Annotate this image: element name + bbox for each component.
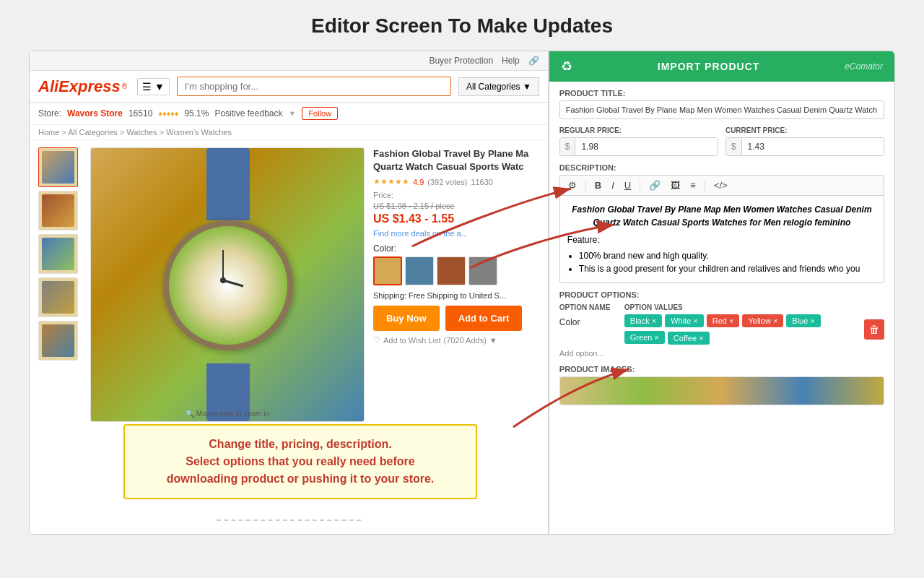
option-delete-button[interactable]: 🗑	[864, 319, 884, 340]
product-images-label: PRODUCT IMAGES:	[559, 365, 884, 374]
toolbar-code-btn[interactable]: </>	[710, 178, 731, 192]
main-container: Buyer Protection Help 🔗 AliExpress ® ☰ ▼…	[29, 51, 895, 535]
rating-number: 4.9	[413, 178, 424, 186]
current-price-symbol: $	[726, 138, 742, 155]
current-price-input[interactable]	[742, 138, 884, 155]
toolbar-settings-btn[interactable]: ⚙	[565, 178, 580, 192]
store-stars: ♦♦♦♦♦	[158, 109, 178, 118]
tag-blue[interactable]: Blue ×	[786, 314, 821, 327]
description-toolbar: ⚙ B I U 🔗 🖼 ≡ </>	[559, 175, 884, 195]
thumbnail-4[interactable]	[38, 277, 78, 317]
overlay-text: Change title, pricing, description. Sele…	[138, 436, 463, 488]
tag-red[interactable]: Red ×	[707, 314, 740, 327]
toolbar-divider-2	[640, 180, 640, 191]
product-area: 🔍 Mouse over to zoom in Fashion Global T…	[30, 140, 548, 429]
watch-strap-top	[206, 148, 250, 220]
share-icon[interactable]: 🔗	[528, 56, 539, 66]
regular-price-label: REGULAR PRICE:	[559, 126, 718, 134]
color-option-name: Color	[559, 314, 617, 327]
swatch-3[interactable]	[437, 256, 466, 285]
toolbar-link-btn[interactable]: 🔗	[645, 178, 664, 192]
regular-price-input[interactable]	[575, 138, 717, 155]
store-name[interactable]: Wavors Store	[67, 108, 123, 118]
regular-price-group: REGULAR PRICE: $	[559, 126, 718, 156]
tag-white[interactable]: White ×	[665, 314, 704, 327]
ae-category-dropdown[interactable]: All Categories ▼	[458, 77, 539, 96]
main-product-image: 🔍 Mouse over to zoom in	[90, 147, 365, 422]
toolbar-divider-3	[705, 180, 705, 191]
toolbar-underline-btn[interactable]: U	[621, 178, 635, 192]
store-label: Store:	[38, 108, 61, 118]
current-price-input-wrap: $	[725, 137, 884, 156]
overlay-hint-box: Change title, pricing, description. Sele…	[123, 424, 477, 499]
store-bar: Store: Wavors Store 16510 ♦♦♦♦♦ 95.1% Po…	[30, 103, 548, 125]
ae-menu-button[interactable]: ☰ ▼	[137, 78, 170, 95]
toolbar-divider-1	[585, 180, 586, 191]
thumbnail-5[interactable]	[38, 321, 78, 361]
toolbar-italic-btn[interactable]: I	[608, 178, 618, 192]
find-more-link[interactable]: Find more deals on the a...	[373, 229, 532, 238]
options-header: PRODUCT OPTIONS:	[559, 290, 884, 299]
breadcrumb: Home > All Categories > Watches > Women'…	[30, 125, 548, 140]
swatch-1[interactable]	[373, 256, 402, 285]
tag-green[interactable]: Green ×	[624, 331, 665, 344]
follow-button[interactable]: Follow	[302, 107, 338, 120]
buy-now-button[interactable]: Buy Now	[373, 306, 440, 331]
price-row: REGULAR PRICE: $ CURRENT PRICE: $	[559, 126, 884, 156]
wishlist-count: (7020 Adds)	[443, 336, 486, 345]
buy-row: Buy Now Add to Cart	[373, 306, 532, 331]
thumbnail-2[interactable]	[38, 191, 78, 230]
add-option-link[interactable]: Add option...	[559, 349, 884, 358]
heart-icon: ♡	[373, 335, 380, 345]
product-title-label: PRODUCT TITLE:	[559, 89, 884, 98]
feedback-label: Positive feedback	[214, 108, 282, 118]
swatch-4[interactable]	[468, 256, 497, 285]
description-area[interactable]: Fashion Global Travel By Plane Map Men W…	[559, 195, 884, 283]
color-label: Color:	[373, 243, 532, 254]
thumbnail-1[interactable]	[38, 147, 78, 187]
feature-label: Feature:	[567, 233, 876, 246]
thumbnail-3[interactable]	[38, 234, 78, 274]
wishlist-chevron[interactable]: ▼	[489, 336, 497, 345]
swatch-2[interactable]	[405, 256, 434, 285]
sold-count: 11630	[471, 178, 493, 186]
regular-price-input-wrap: $	[559, 137, 718, 156]
current-price-group: CURRENT PRICE: $	[725, 126, 884, 156]
feature-list: 100% brand new and high quality. This is…	[579, 249, 876, 275]
watch-face	[163, 220, 293, 350]
color-swatches	[373, 256, 532, 285]
editor-header: ♻ IMPORT PRODUCT eComator	[549, 51, 894, 82]
ae-logo: AliExpress	[38, 77, 121, 96]
help-link[interactable]: Help	[502, 56, 520, 66]
ae-search-input[interactable]	[177, 77, 451, 96]
feedback-pct: 95.1%	[184, 108, 209, 118]
tag-yellow[interactable]: Yellow ×	[742, 314, 783, 327]
toolbar-image-btn[interactable]: 🖼	[667, 178, 684, 192]
option-values-header: OPTION VALUES	[624, 303, 884, 311]
svg-point-2	[220, 277, 226, 283]
buyer-protection-link[interactable]: Buyer Protection	[429, 56, 493, 66]
toolbar-align-btn[interactable]: ≡	[687, 178, 699, 192]
tag-coffee[interactable]: Coffee ×	[668, 332, 710, 345]
options-col-headers: OPTION NAME OPTION VALUES	[559, 303, 884, 311]
shipping-info: Shipping: Free Shipping to United S...	[373, 291, 532, 300]
svg-line-1	[223, 280, 243, 286]
star-rating: ★★★★★	[373, 177, 409, 186]
toolbar-bold-btn[interactable]: B	[591, 178, 605, 192]
product-title-input[interactable]	[559, 100, 884, 119]
tag-black[interactable]: Black ×	[624, 314, 662, 327]
ae-header: AliExpress ® ☰ ▼ All Categories ▼	[30, 71, 548, 103]
product-title-text: Fashion Global Travel By Plane Ma Quartz…	[373, 147, 532, 173]
description-label: DESCRIPTION:	[559, 163, 884, 172]
color-option-row: Color Black × White × Red × Yellow × Blu…	[559, 314, 884, 345]
feature-item-1: 100% brand new and high quality.	[579, 249, 876, 262]
thumbnail-list	[38, 147, 82, 422]
brand-label: eComator	[845, 61, 883, 72]
zoom-label: 🔍 Mouse over to zoom in	[186, 410, 269, 418]
wishlist-label[interactable]: Add to Wish List	[383, 336, 440, 345]
editor-title: IMPORT PRODUCT	[572, 61, 845, 72]
desc-title-text: Fashion Global Travel By Plane Map Men W…	[567, 203, 876, 229]
feature-item-2: This is a good present for your children…	[579, 262, 876, 275]
editor-panel: ♻ IMPORT PRODUCT eComator PRODUCT TITLE:…	[549, 51, 894, 535]
add-to-cart-button[interactable]: Add to Cart	[445, 306, 523, 331]
